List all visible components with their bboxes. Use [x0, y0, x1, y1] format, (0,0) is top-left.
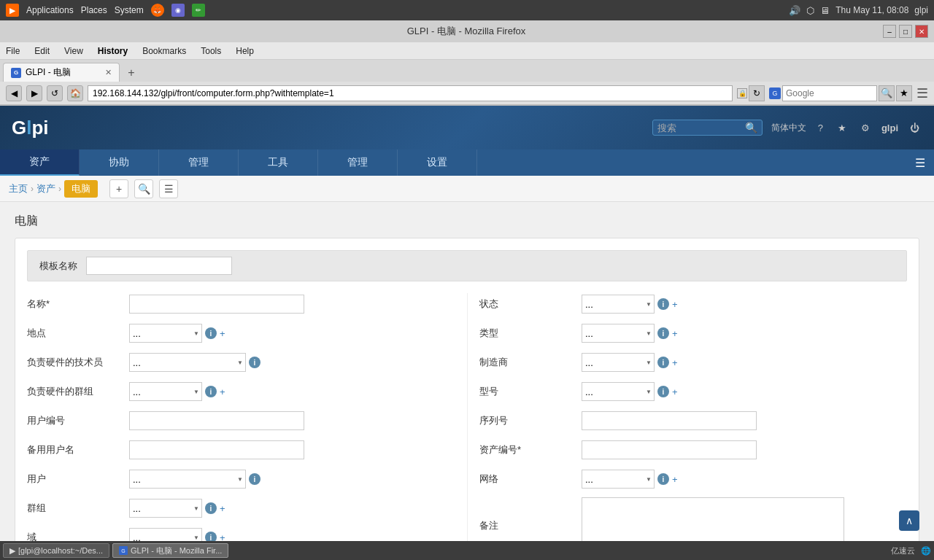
- template-name-input[interactable]: [86, 257, 232, 275]
- nav-assets[interactable]: 资产: [0, 149, 80, 176]
- field-group2-select[interactable]: ...: [129, 499, 202, 518]
- field-status-info-icon[interactable]: i: [657, 298, 669, 310]
- breadcrumb-search-btn[interactable]: 🔍: [134, 179, 153, 198]
- browser-menubar: File Edit View History Bookmarks Tools H…: [0, 42, 934, 60]
- browser-menu-file[interactable]: File: [3, 44, 23, 58]
- field-location-inline: ... i +: [129, 324, 225, 343]
- field-network-info-icon[interactable]: i: [657, 473, 669, 485]
- browser-menu-icon[interactable]: ☰: [916, 85, 928, 101]
- field-status-add-btn[interactable]: +: [672, 299, 678, 310]
- browser-menu-bookmarks[interactable]: Bookmarks: [139, 44, 189, 58]
- field-group2-info-icon[interactable]: i: [205, 502, 217, 514]
- field-user-select[interactable]: ...: [129, 470, 246, 489]
- address-bar-input[interactable]: [88, 85, 733, 101]
- browser-menu-view[interactable]: View: [61, 44, 86, 58]
- browser-menu-help[interactable]: Help: [233, 44, 257, 58]
- browser-tabbar: G GLPI - 电脑 ✕ +: [0, 60, 934, 82]
- glpi-user-label[interactable]: glpi: [881, 122, 898, 133]
- field-group-select[interactable]: ...: [129, 382, 202, 401]
- field-manufacturer-add-btn[interactable]: +: [672, 357, 678, 368]
- field-user-inline: ... i: [129, 470, 260, 489]
- field-model-info-icon[interactable]: i: [657, 386, 669, 397]
- browser-menu-tools[interactable]: Tools: [198, 44, 224, 58]
- os-menu-places[interactable]: Places: [81, 5, 107, 15]
- glpi-logout-btn[interactable]: ⏻: [907, 120, 922, 136]
- breadcrumb-home[interactable]: 主页: [9, 182, 28, 195]
- reload-btn[interactable]: ↻: [749, 85, 765, 101]
- browser-back-btn[interactable]: ◀: [6, 85, 22, 101]
- taskbar-firefox[interactable]: G GLPI - 电脑 - Mozilla Fir...: [112, 543, 228, 558]
- field-group-add-btn[interactable]: +: [220, 386, 225, 397]
- field-type-select[interactable]: ...: [582, 324, 655, 343]
- field-manufacturer-info-icon[interactable]: i: [657, 357, 669, 368]
- field-location-info-icon[interactable]: i: [205, 327, 217, 339]
- field-model-select[interactable]: ...: [582, 382, 655, 401]
- browser-menu-edit[interactable]: Edit: [31, 44, 53, 58]
- field-type-info-icon[interactable]: i: [657, 327, 669, 339]
- field-altusername-label: 备用用户名: [27, 443, 129, 456]
- taskbar-terminal[interactable]: ▶ [glpi@localhost:~/Des...: [3, 543, 109, 558]
- glpi-settings-btn[interactable]: ⚙: [858, 120, 873, 136]
- field-tech-info-icon[interactable]: i: [249, 357, 260, 368]
- browser-tab-glpi[interactable]: G GLPI - 电脑 ✕: [3, 63, 120, 82]
- search-engine-icon: G: [769, 88, 781, 99]
- browser-search-input[interactable]: [782, 85, 877, 101]
- field-location-add-btn[interactable]: +: [220, 328, 225, 339]
- breadcrumb-list-btn[interactable]: ☰: [159, 179, 178, 198]
- field-tech-select[interactable]: ...: [129, 353, 246, 372]
- browser-reload-btn[interactable]: ↺: [47, 85, 63, 101]
- browser-menu-history[interactable]: History: [95, 44, 131, 58]
- browser-restore-btn[interactable]: □: [899, 25, 912, 38]
- glpi-header: Glpi 🔍 简体中文 ? ★ ⚙ glpi ⏻: [0, 106, 934, 149]
- field-usercode-input[interactable]: [129, 411, 304, 430]
- field-status-select[interactable]: ...: [582, 295, 655, 314]
- field-location-select[interactable]: ...: [129, 324, 202, 343]
- os-menu-applications[interactable]: Applications: [26, 5, 74, 15]
- field-type-add-btn[interactable]: +: [672, 328, 678, 339]
- field-manufacturer-select[interactable]: ...: [582, 353, 655, 372]
- field-type-row: 类型 ... i +: [479, 322, 907, 344]
- nav-admin[interactable]: 管理: [318, 149, 398, 176]
- field-group-info-icon[interactable]: i: [205, 386, 217, 397]
- glpi-lang-selector[interactable]: 简体中文: [771, 122, 806, 134]
- new-tab-btn[interactable]: +: [123, 64, 140, 82]
- glpi-help-btn[interactable]: ?: [815, 120, 826, 136]
- browser-minimize-btn[interactable]: –: [883, 25, 896, 38]
- browser-chrome: GLPI - 电脑 - Mozilla Firefox – □ ✕ File E…: [0, 20, 934, 106]
- breadcrumb-actions: + 🔍 ☰: [109, 179, 178, 198]
- browser-forward-btn[interactable]: ▶: [26, 85, 42, 101]
- field-model-add-btn[interactable]: +: [672, 386, 678, 397]
- nav-management[interactable]: 管理: [159, 149, 239, 176]
- taskbar-cloud-label: 亿速云: [891, 545, 915, 556]
- field-network-select[interactable]: ...: [582, 470, 655, 489]
- glpi-search-input[interactable]: [657, 122, 745, 133]
- browser-close-btn[interactable]: ✕: [915, 25, 928, 38]
- scroll-to-top-btn[interactable]: ∧: [899, 510, 919, 531]
- field-user-info-icon[interactable]: i: [249, 473, 260, 485]
- nav-tools[interactable]: 工具: [239, 149, 318, 176]
- glpi-search-icon[interactable]: 🔍: [745, 122, 757, 133]
- field-tech-inline: ... i: [129, 353, 260, 372]
- field-assetcode-input[interactable]: [582, 440, 757, 459]
- nav-settings[interactable]: 设置: [398, 149, 477, 176]
- browser-search-star[interactable]: ★: [896, 85, 912, 101]
- glpi-favorites-btn[interactable]: ★: [835, 120, 849, 136]
- breadcrumb-add-btn[interactable]: +: [109, 179, 128, 198]
- field-name-input[interactable]: [129, 295, 304, 314]
- tab-close-btn[interactable]: ✕: [105, 68, 112, 77]
- field-manufacturer-select-wrap: ...: [582, 353, 655, 372]
- os-menu-system[interactable]: System: [115, 5, 144, 15]
- field-status-inline: ... i +: [582, 295, 678, 314]
- breadcrumb-computers[interactable]: 电脑: [64, 180, 98, 198]
- nav-helpdesk[interactable]: 协助: [80, 149, 159, 176]
- os-username: glpi: [914, 5, 928, 15]
- glpi-search-box: 🔍: [652, 120, 763, 136]
- field-serial-input[interactable]: [582, 411, 757, 430]
- browser-search-submit[interactable]: 🔍: [879, 85, 895, 101]
- field-network-add-btn[interactable]: +: [672, 474, 678, 485]
- breadcrumb-assets[interactable]: 资产: [36, 182, 55, 195]
- field-group2-add-btn[interactable]: +: [220, 503, 225, 514]
- nav-more-btn[interactable]: ☰: [906, 149, 934, 176]
- browser-home-btn[interactable]: 🏠: [67, 85, 83, 101]
- field-altusername-input[interactable]: [129, 440, 304, 459]
